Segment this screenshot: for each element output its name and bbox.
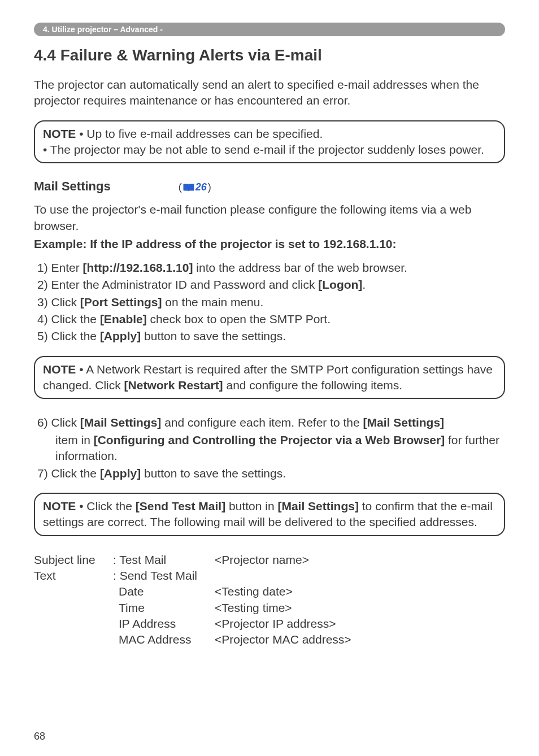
table-cell: <Testing time>: [215, 600, 505, 616]
paren-open: (: [179, 181, 182, 193]
table-cell: [34, 600, 113, 616]
page-ref-number: 26: [195, 181, 207, 193]
step-text: item in: [55, 433, 94, 446]
step-bold: [Mail Settings]: [80, 416, 162, 429]
table-cell: MAC Address: [113, 632, 215, 648]
paren-close: ): [208, 181, 211, 193]
note-text: • The projector may be not able to send …: [43, 143, 484, 156]
note-box-1: NOTE • Up to five e-mail addresses can b…: [34, 120, 505, 164]
table-cell: IP Address: [113, 616, 215, 632]
intro-paragraph: The projector can automatically send an …: [34, 77, 505, 109]
subsection-heading: Mail Settings ( 26 ): [34, 179, 505, 194]
table-cell: [215, 568, 505, 584]
example-line: Example: If the IP address of the projec…: [34, 237, 505, 251]
step-6: 6) Click [Mail Settings] and configure e…: [37, 415, 505, 431]
step-text: .: [362, 278, 366, 291]
breadcrumb: 4. Utilize projector – Advanced -: [34, 23, 505, 36]
step-text: 5) Click the: [37, 329, 100, 342]
table-cell: Time: [113, 600, 215, 616]
note-box-2: NOTE • A Network Restart is required aft…: [34, 356, 505, 399]
step-6-cont: item in [Configuring and Controlling the…: [37, 432, 505, 464]
page-reference: ( 26 ): [179, 181, 211, 193]
step-3: 3) Click [Port Settings] on the main men…: [37, 294, 505, 310]
note-box-3: NOTE • Click the [Send Test Mail] button…: [34, 493, 505, 536]
step-bold: [Apply]: [100, 467, 141, 480]
note-label: NOTE: [43, 363, 76, 376]
step-2: 2) Enter the Administrator ID and Passwo…: [37, 277, 505, 293]
step-text: check box to open the SMTP Port.: [147, 312, 331, 325]
note-text: • Up to five e-mail addresses can be spe…: [76, 127, 323, 140]
table-cell: <Testing date>: [215, 584, 505, 599]
book-icon: [183, 184, 194, 192]
step-4: 4) Click the [Enable] check box to open …: [37, 311, 505, 327]
note-bold: [Send Test Mail]: [136, 499, 225, 512]
note-label: NOTE: [43, 127, 76, 140]
subsection-title: Mail Settings: [34, 179, 111, 194]
step-1: 1) Enter [http://192.168.1.10] into the …: [37, 260, 505, 276]
step-bold: [Logon]: [318, 278, 362, 291]
step-5: 5) Click the [Apply] button to save the …: [37, 328, 505, 344]
table-cell: <Projector MAC address>: [215, 632, 505, 648]
step-text: 3) Click: [37, 296, 80, 309]
note-text: button in: [225, 499, 277, 512]
step-bold: [http://192.168.1.10]: [83, 261, 193, 274]
note-text: and configure the following items.: [223, 379, 403, 392]
step-list-1: 1) Enter [http://192.168.1.10] into the …: [34, 260, 505, 345]
step-bold: [Mail Settings]: [363, 416, 445, 429]
table-cell: <Projector name>: [215, 552, 505, 568]
step-bold: [Configuring and Controlling the Project…: [94, 433, 445, 446]
step-text: 4) Click the: [37, 312, 100, 325]
note-bold: [Network Restart]: [124, 379, 223, 392]
step-list-2: 6) Click [Mail Settings] and configure e…: [34, 415, 505, 481]
step-text: 1) Enter: [37, 261, 83, 274]
section-heading: 4.4 Failure & Warning Alerts via E-mail: [34, 46, 505, 64]
step-7: 7) Click the [Apply] button to save the …: [37, 466, 505, 481]
table-cell: Date: [113, 584, 215, 599]
subsection-intro: To use the projector's e-mail function p…: [34, 202, 505, 234]
table-cell: : Send Test Mail: [113, 568, 215, 584]
table-cell: [34, 632, 113, 648]
step-bold: [Apply]: [100, 329, 141, 342]
note-label: NOTE: [43, 499, 76, 512]
step-text: on the main menu.: [162, 296, 264, 309]
table-cell: [34, 584, 113, 599]
table-cell: Text: [34, 568, 113, 584]
table-cell: [34, 616, 113, 632]
step-text: 6) Click: [37, 416, 80, 429]
table-cell: <Projector IP address>: [215, 616, 505, 632]
mail-example-table: Subject line : Test Mail <Projector name…: [34, 552, 505, 648]
note-bold: [Mail Settings]: [277, 499, 359, 512]
table-cell: Subject line: [34, 552, 113, 568]
step-text: button to save the settings.: [141, 467, 286, 480]
step-text: and configure each item. Refer to the: [161, 416, 363, 429]
note-text: • Click the: [76, 499, 135, 512]
table-cell: : Test Mail: [113, 552, 215, 568]
step-bold: [Port Settings]: [80, 296, 162, 309]
step-text: 7) Click the: [37, 467, 100, 480]
step-text: button to save the settings.: [141, 329, 286, 342]
step-text: 2) Enter the Administrator ID and Passwo…: [37, 278, 318, 291]
step-text: into the address bar of the web browser.: [193, 261, 407, 274]
step-bold: [Enable]: [100, 312, 147, 325]
